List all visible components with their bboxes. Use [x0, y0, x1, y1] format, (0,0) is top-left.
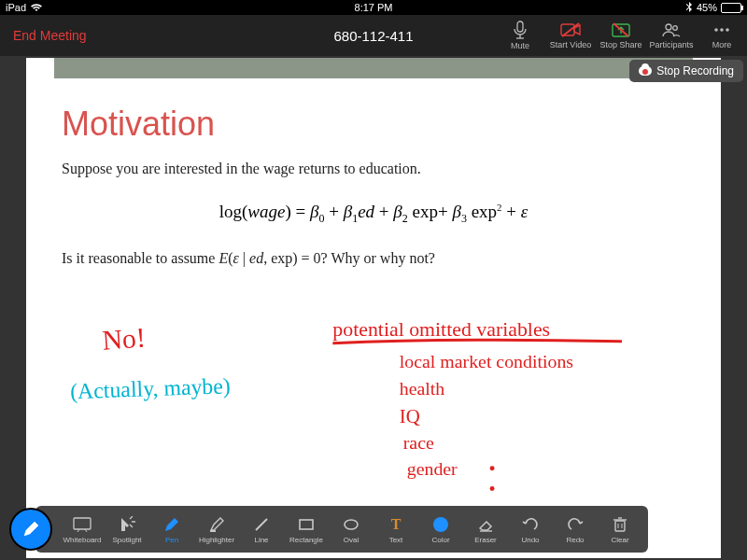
video-off-icon: [560, 21, 581, 38]
svg-rect-17: [210, 530, 216, 532]
device-label: iPad: [6, 2, 26, 13]
svg-rect-22: [615, 521, 625, 531]
svg-rect-14: [74, 518, 91, 529]
color-button[interactable]: Color: [418, 515, 463, 544]
end-meeting-button[interactable]: End Meeting: [0, 28, 100, 43]
rectangle-icon: [297, 515, 316, 534]
microphone-icon: [512, 21, 529, 39]
clock: 8:17 PM: [6, 2, 741, 13]
bluetooth-icon: [685, 2, 693, 14]
text-button[interactable]: T Text: [374, 515, 418, 544]
redo-button[interactable]: Redo: [553, 515, 598, 544]
cloud-record-icon: [639, 66, 652, 76]
slide-equation: log(wage) = β0 + β1ed + β2 exp+ β3 exp2 …: [54, 202, 693, 226]
slide-line2: Is it reasonable to assume E(ε | ed, exp…: [62, 250, 685, 267]
pencil-icon: [21, 520, 40, 539]
slide: 3 Motivation Suppose you are interested …: [26, 58, 721, 558]
participants-button[interactable]: Participants: [646, 15, 697, 56]
share-content: Stop Recording 3 Motivation Suppose you …: [0, 56, 747, 560]
svg-line-4: [562, 23, 579, 36]
whiteboard-button[interactable]: Whiteboard: [60, 515, 105, 544]
wifi-icon: [30, 3, 43, 12]
svg-rect-0: [517, 21, 523, 32]
trash-icon: [611, 515, 629, 534]
whiteboard-icon: [73, 515, 92, 534]
annotation-toolbar: Whiteboard Spotlight Pen Highlighter Lin…: [35, 506, 648, 553]
zoom-toolbar: End Meeting 680-112-411 Mute Start Video…: [0, 15, 747, 56]
line-button[interactable]: Line: [239, 515, 284, 544]
svg-point-7: [666, 24, 671, 30]
undo-button[interactable]: Undo: [508, 515, 553, 544]
text-icon: T: [387, 515, 405, 534]
redo-icon: [566, 515, 585, 534]
svg-point-8: [673, 26, 678, 31]
color-swatch-icon: [431, 515, 450, 534]
eraser-button[interactable]: Eraser: [463, 515, 508, 544]
oval-button[interactable]: Oval: [329, 515, 374, 544]
clear-button[interactable]: Clear: [598, 515, 642, 544]
spotlight-icon: [118, 515, 136, 534]
rectangle-button[interactable]: Rectangle: [284, 515, 329, 544]
ios-status-bar: iPad 8:17 PM 45%: [0, 0, 747, 15]
svg-rect-19: [300, 520, 313, 529]
svg-point-11: [726, 28, 729, 32]
undo-icon: [521, 515, 540, 534]
svg-point-20: [345, 520, 358, 529]
svg-rect-3: [561, 24, 574, 35]
slide-number-bar: 3: [54, 58, 693, 78]
svg-line-18: [256, 519, 267, 530]
slide-title: Motivation: [62, 105, 693, 144]
svg-point-10: [720, 28, 724, 32]
stop-share-icon: [611, 21, 631, 38]
line-icon: [252, 515, 271, 534]
svg-line-6: [613, 23, 628, 36]
more-button[interactable]: More: [697, 15, 747, 56]
battery-icon: [721, 3, 741, 13]
pen-button[interactable]: Pen: [149, 515, 194, 544]
more-icon: [712, 21, 732, 38]
stop-share-button[interactable]: Stop Share: [596, 15, 646, 56]
pen-icon: [162, 515, 181, 534]
oval-icon: [342, 515, 360, 534]
highlighter-button[interactable]: Highlighter: [194, 515, 239, 544]
start-video-button[interactable]: Start Video: [545, 15, 596, 56]
annotation-toggle-button[interactable]: [9, 508, 52, 551]
highlighter-icon: [207, 515, 226, 534]
participants-icon: [661, 21, 682, 38]
eraser-icon: [476, 515, 495, 534]
spotlight-button[interactable]: Spotlight: [105, 515, 149, 544]
mute-button[interactable]: Mute: [495, 15, 545, 56]
battery-percent: 45%: [697, 2, 717, 13]
svg-point-9: [714, 28, 718, 32]
slide-line1: Suppose you are interested in the wage r…: [62, 161, 685, 177]
stop-recording-button[interactable]: Stop Recording: [629, 60, 743, 82]
